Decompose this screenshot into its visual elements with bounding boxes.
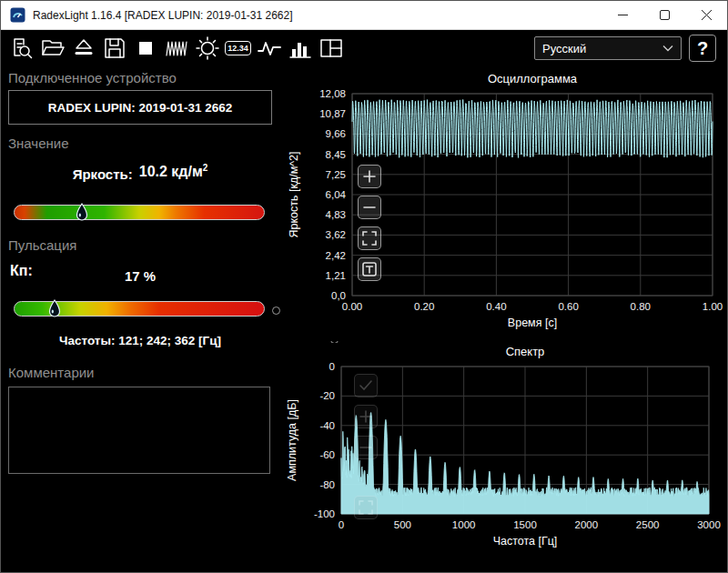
svg-text:-100: -100 <box>314 508 335 519</box>
stop-button[interactable] <box>130 34 160 63</box>
brightness-scale-bar <box>14 205 265 220</box>
svg-text:8,45: 8,45 <box>326 149 346 160</box>
svg-text:1,21: 1,21 <box>326 270 346 281</box>
svg-text:Частота [Гц]: Частота [Гц] <box>493 535 558 548</box>
brightness-label: Яркость: <box>73 166 133 182</box>
chevron-down-icon <box>662 45 673 52</box>
spectrum-chart: Спектр0-20-40-60-80-10005001000150020002… <box>281 343 725 567</box>
frequencies-text: Частоты: 121; 242; 362 [Гц] <box>8 334 272 347</box>
svg-text:-80: -80 <box>319 479 335 490</box>
oscillogram-plot: Осциллограмма12,0810,879,668,457,256,044… <box>281 68 725 341</box>
svg-text:3000: 3000 <box>697 519 721 530</box>
brightness-value: 10.2 кд/м2 <box>139 163 208 180</box>
comments-input[interactable] <box>8 387 270 474</box>
svg-text:500: 500 <box>394 519 411 530</box>
toolbar: 12.34 Русский ? <box>1 31 727 65</box>
minimize-button[interactable] <box>602 1 643 29</box>
svg-text:Осциллограмма: Осциллограмма <box>488 72 578 85</box>
settings-dial-button[interactable] <box>192 34 222 63</box>
brightness-value-line: Яркость: 10.2 кд/м2 <box>8 163 272 182</box>
splitter-handle-vertical[interactable] <box>272 307 280 315</box>
device-name-box: RADEX LUPIN: 2019-01-31 2662 <box>8 90 272 125</box>
svg-text:Яркость [кд/м^2]: Яркость [кд/м^2] <box>288 151 300 237</box>
svg-text:0.00: 0.00 <box>342 301 362 312</box>
digits-icon: 12.34 <box>225 41 251 55</box>
eject-button[interactable] <box>68 34 98 63</box>
histogram-button[interactable] <box>285 34 315 63</box>
oscillogram-button[interactable] <box>161 34 191 63</box>
zoom-out-button[interactable] <box>358 196 381 219</box>
pulse-button[interactable] <box>254 34 284 63</box>
svg-text:6,04: 6,04 <box>326 189 347 200</box>
help-button[interactable]: ? <box>689 35 716 62</box>
svg-text:1500: 1500 <box>513 519 537 530</box>
title-bar: RadexLight 1.16.4 [RADEX LUPIN: 2019-01-… <box>1 1 727 30</box>
layout-button[interactable] <box>316 34 346 63</box>
spectrum-zoom-fit-button[interactable] <box>354 496 378 519</box>
kp-row: Кп: 17 % <box>8 263 272 285</box>
svg-text:2500: 2500 <box>636 519 660 530</box>
zoom-fit-button[interactable] <box>358 226 381 250</box>
maximize-button[interactable] <box>643 1 685 29</box>
pulsation-section-title: Пульсация <box>8 237 76 253</box>
language-dropdown[interactable]: Русский <box>534 36 682 60</box>
svg-text:-20: -20 <box>319 390 335 401</box>
save-button[interactable] <box>99 34 129 63</box>
svg-text:12,08: 12,08 <box>319 88 346 99</box>
pulsation-marker <box>48 299 61 318</box>
svg-text:1000: 1000 <box>452 519 476 530</box>
brightness-marker <box>76 203 88 222</box>
svg-text:2000: 2000 <box>575 519 599 530</box>
svg-text:0: 0 <box>329 361 335 372</box>
svg-text:0,0: 0,0 <box>331 290 346 301</box>
svg-text:7,25: 7,25 <box>326 169 346 180</box>
svg-text:2,42: 2,42 <box>326 250 346 261</box>
device-section-title: Подключенное устройство <box>8 70 177 85</box>
app-icon <box>10 7 25 23</box>
pulsation-scale-bar <box>14 301 265 317</box>
spectrum-plot: Спектр0-20-40-60-80-10005001000150020002… <box>281 343 725 567</box>
cursor-tool-button[interactable] <box>358 257 381 281</box>
zoom-in-button[interactable] <box>358 165 381 188</box>
spectrum-zoom-in-button[interactable] <box>354 405 378 428</box>
svg-text:0.20: 0.20 <box>414 301 434 312</box>
close-button[interactable] <box>685 1 727 29</box>
spectrum-apply-button[interactable] <box>354 374 378 397</box>
oscillogram-chart: Осциллограмма12,0810,879,668,457,256,044… <box>281 68 725 341</box>
svg-text:Амплитуда [дБ]: Амплитуда [дБ] <box>286 399 298 481</box>
svg-text:0: 0 <box>339 519 344 530</box>
open-file-button[interactable] <box>37 34 67 63</box>
svg-text:9,66: 9,66 <box>326 128 346 139</box>
numeric-display-button[interactable]: 12.34 <box>223 34 253 63</box>
svg-text:3,62: 3,62 <box>326 229 346 240</box>
window-title: RadexLight 1.16.4 [RADEX LUPIN: 2019-01-… <box>33 9 602 22</box>
svg-text:-40: -40 <box>319 420 335 431</box>
app-window: RadexLight 1.16.4 [RADEX LUPIN: 2019-01-… <box>0 0 728 573</box>
svg-text:0.40: 0.40 <box>486 301 506 312</box>
value-section-title: Значение <box>8 136 69 151</box>
svg-text:4,83: 4,83 <box>326 209 346 220</box>
svg-text:-60: -60 <box>319 449 335 460</box>
svg-text:1.00: 1.00 <box>703 301 723 312</box>
svg-text:Спектр: Спектр <box>506 345 545 358</box>
preview-button[interactable] <box>6 34 36 63</box>
svg-text:10,87: 10,87 <box>319 108 346 119</box>
svg-text:Время [с]: Время [с] <box>508 317 557 329</box>
spectrum-zoom-out-button[interactable] <box>354 436 378 459</box>
kp-value: 17 % <box>8 268 272 284</box>
language-value: Русский <box>542 42 586 55</box>
svg-text:0.80: 0.80 <box>631 301 651 312</box>
comments-section-title: Комментарии <box>8 365 94 380</box>
svg-text:0.60: 0.60 <box>558 301 578 312</box>
